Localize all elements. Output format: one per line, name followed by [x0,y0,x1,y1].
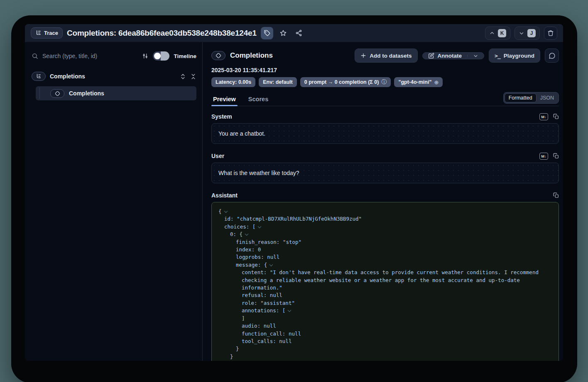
system-section-label: System [211,113,539,120]
collapse-chevron-icon[interactable] [270,263,273,266]
code-line-text: } [230,353,233,360]
user-message-text: What is the weather like today? [218,170,299,176]
annotate-dropdown-button[interactable] [468,53,484,59]
delete-trace-button[interactable] [544,27,557,40]
star-button[interactable] [277,27,289,39]
code-line-text: 0: { [230,231,243,237]
view-settings-icon[interactable] [142,53,149,59]
metadata-badge-label: Latency: 0.00s [216,79,251,85]
collapse-all-icon[interactable] [190,73,196,80]
metadata-badge[interactable]: 0 prompt → 0 completion (Σ 0)ⓘ [300,77,391,87]
metadata-badge[interactable]: Env: default [259,77,297,87]
code-line-text: message: { [236,262,267,268]
markdown-icon[interactable]: M↓ [539,113,548,120]
metadata-badge[interactable]: Latency: 0.00s [211,77,255,87]
format-toggle: Formatted JSON [503,92,559,104]
observation-title: Completions [230,51,350,60]
search-input[interactable] [42,53,138,59]
code-line: } [218,353,552,360]
previous-trace-button[interactable]: K [485,27,510,40]
code-line-text: annotations: [ [242,307,285,314]
collapse-chevron-icon[interactable] [258,225,261,228]
observation-timestamp: 2025-03-20 11:35:41.217 [211,67,559,73]
metadata-badge[interactable]: "gpt-4o-mini"⊕ [394,77,443,87]
system-message-card: You are a chatbot. [211,123,559,144]
code-line-text: logprobs: null [236,254,279,260]
code-line-text: { [218,208,222,214]
trace-tree-sidebar: Timeline Completions [25,42,203,361]
copy-icon[interactable] [553,192,559,198]
tree-indent-guide [39,88,40,99]
tree-root-item[interactable]: Completions [32,71,196,82]
code-line-text: index: 0 [236,246,261,253]
code-line: annotations: [ [218,307,552,314]
annotate-pencil-icon [428,53,434,59]
code-line: tool_calls: null [218,338,552,345]
metadata-badge-label: Env: default [263,79,293,85]
collapse-chevron-icon[interactable] [224,209,227,213]
next-trace-button[interactable]: J [514,27,540,40]
markdown-icon[interactable]: M↓ [539,153,548,160]
page-title: Completions: 6dea86b6feae03db538e248b38e… [67,29,257,38]
code-line: refusal: null [218,292,552,299]
tree-tools [180,73,196,80]
metadata-badge-label: "gpt-4o-mini" [398,79,431,85]
assistant-json-viewer: {id: "chatcmpl-BD7XRulRhULb7NjGfeOkhN3BB… [211,202,559,361]
copy-icon[interactable] [553,153,559,159]
playground-button[interactable]: >_ Playground [489,49,540,63]
code-line: { [218,208,552,215]
comments-button[interactable] [545,49,559,63]
plus-circle-icon[interactable]: ⊕ [434,79,439,85]
code-line-text: tool_calls: null [242,338,292,344]
metadata-badge-label: 0 prompt → 0 completion (Σ 0) [304,79,379,85]
code-line: content: "I don't have real-time data ac… [218,269,552,292]
add-to-datasets-label: Add to datasets [370,53,412,59]
code-line: ] [218,315,552,322]
tree-root-label: Completions [50,73,176,80]
add-to-datasets-button[interactable]: Add to datasets [355,49,417,63]
annotate-button[interactable]: Annotate [423,53,468,59]
code-line: function_call: null [218,330,552,338]
code-line: id: "chatcmpl-BD7XRulRhULb7NjGfeOkhN3BB9… [218,215,552,223]
chevron-down-icon [519,30,524,36]
terminal-icon: >_ [495,53,500,59]
format-toggle-json[interactable]: JSON [537,94,558,102]
tree-child-label: Completions [69,90,196,97]
assistant-section-icons [553,192,559,198]
code-line-text: finish_reason: "stop" [236,239,301,245]
system-section-header: System M↓ [211,112,559,122]
app-content: Trace Completions: 6dea86b6feae03db538e2… [25,24,563,361]
code-line-text: refusal: null [242,292,282,298]
tree-search-row: Timeline [32,49,196,63]
code-line-text: content: "I don't have real-time data ac… [242,269,541,291]
timeline-toggle[interactable] [153,51,169,61]
code-line-text: } [236,346,239,352]
trace-tree-icon [32,72,46,81]
code-line: index: 0 [218,246,552,253]
share-button[interactable] [293,27,305,39]
tag-button[interactable] [261,27,273,39]
code-line: finish_reason: "stop" [218,238,552,246]
info-icon[interactable]: ⓘ [381,78,387,86]
copy-icon[interactable] [553,114,559,119]
tab-scores[interactable]: Scores [247,92,270,106]
collapse-chevron-icon[interactable] [245,232,248,236]
tabs-row: Preview Scores Formatted JSON [211,92,559,106]
collapse-chevron-icon[interactable] [288,309,291,312]
code-line: choices: [ [218,223,552,231]
tree-item-completions-selected[interactable]: Completions [36,86,196,100]
shortcut-key-k: K [498,29,506,37]
tab-preview[interactable]: Preview [211,92,238,106]
expand-all-icon[interactable] [180,73,186,80]
assistant-section-header: Assistant [211,190,559,200]
code-line-text: choices: [ [224,224,255,230]
trace-type-badge: Trace [31,27,63,39]
code-line-text: role: "assistant" [242,300,295,306]
code-line: ] [218,360,552,361]
observation-header: Completions Add to datasets [211,48,559,63]
format-toggle-formatted[interactable]: Formatted [505,93,537,102]
metadata-badges-row: Latency: 0.00sEnv: default0 prompt → 0 c… [211,77,559,87]
user-message-card: What is the weather like today? [211,163,559,183]
trace-header-bar: Trace Completions: 6dea86b6feae03db538e2… [25,24,563,42]
toggle-knob [154,53,161,59]
